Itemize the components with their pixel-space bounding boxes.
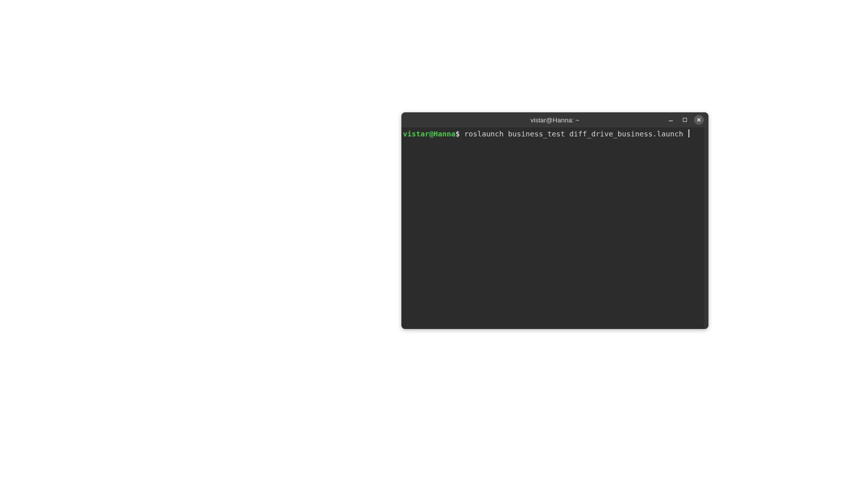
scrollbar[interactable]	[704, 127, 708, 329]
minimize-icon	[668, 117, 673, 122]
prompt-user-host: vistar@Hanna	[403, 129, 456, 138]
window-title: vistar@Hanna: ~	[530, 116, 579, 124]
command-text	[460, 129, 465, 138]
close-icon	[696, 117, 701, 122]
maximize-icon	[682, 117, 687, 122]
maximize-button[interactable]	[678, 113, 692, 126]
window-titlebar[interactable]: vistar@Hanna: ~	[401, 112, 708, 127]
svg-rect-1	[683, 118, 687, 122]
command-input: roslaunch business_test diff_drive_busin…	[464, 129, 687, 138]
terminal-window: vistar@Hanna: ~ vistar@Hanna$	[401, 112, 708, 329]
prompt-symbol: $	[456, 129, 460, 138]
minimize-button[interactable]	[664, 113, 678, 126]
terminal-line: vistar@Hanna$ roslaunch business_test di…	[403, 128, 707, 138]
terminal-body[interactable]: vistar@Hanna$ roslaunch business_test di…	[401, 127, 708, 329]
close-button[interactable]	[694, 115, 704, 125]
window-controls	[664, 112, 706, 127]
text-cursor	[688, 129, 689, 137]
